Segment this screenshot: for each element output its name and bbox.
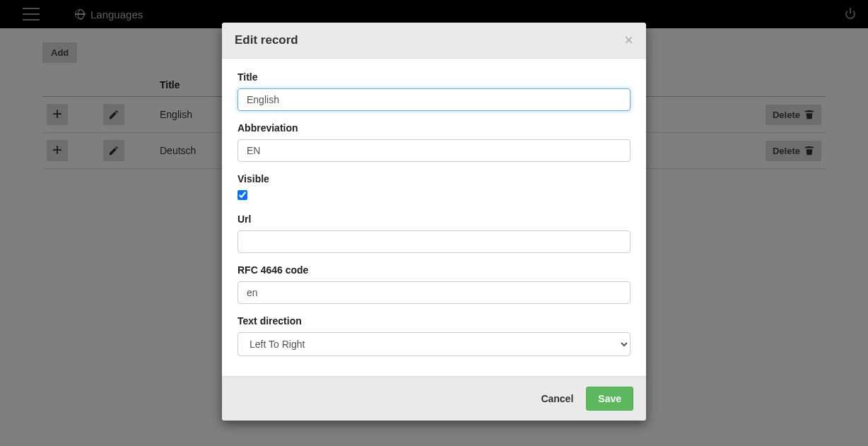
modal-title: Edit record	[235, 33, 298, 47]
modal-footer: Cancel Save	[222, 376, 646, 421]
close-icon[interactable]: ×	[624, 33, 633, 48]
edit-record-modal: Edit record × Title Abbreviation Visible…	[222, 23, 646, 421]
label-rfc: RFC 4646 code	[237, 264, 631, 276]
cancel-button[interactable]: Cancel	[541, 393, 573, 404]
modal-header: Edit record ×	[222, 23, 646, 59]
label-title: Title	[237, 71, 631, 83]
rfc-code-input[interactable]	[237, 281, 631, 304]
label-url: Url	[237, 213, 631, 225]
label-visible: Visible	[237, 173, 631, 184]
visible-checkbox[interactable]	[237, 190, 247, 200]
modal-body: Title Abbreviation Visible Url RFC 4646 …	[222, 59, 646, 376]
label-direction: Text direction	[237, 315, 631, 327]
save-button[interactable]: Save	[586, 387, 633, 411]
abbreviation-input[interactable]	[237, 139, 631, 162]
text-direction-select[interactable]: Left To Right	[237, 332, 631, 356]
url-input[interactable]	[237, 230, 631, 253]
label-abbreviation: Abbreviation	[237, 122, 631, 134]
title-input[interactable]	[237, 88, 631, 111]
